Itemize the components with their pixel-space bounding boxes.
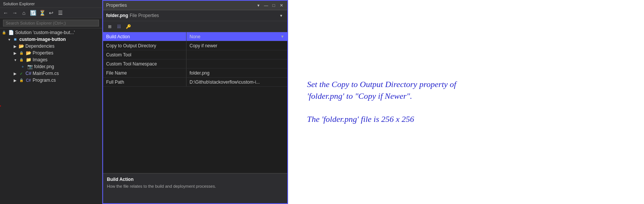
lock-icon-images: 🔒: [18, 57, 24, 63]
sync-button[interactable]: 🔃: [29, 9, 37, 17]
folder-png-label: folder.png: [34, 64, 54, 69]
build-action-dropdown[interactable]: ▼: [280, 34, 284, 39]
solution-explorer: Solution Explorer ← → ⌂ 🔃 ⏳ ↩ ☰ 🔒 📄 Solu…: [0, 0, 102, 204]
forward-button[interactable]: →: [11, 9, 19, 17]
prop-footer-title: Build Action: [107, 177, 284, 182]
instruction-line3: The 'folder.png' file is 256 x 256: [307, 114, 414, 124]
se-title-label: Solution Explorer: [3, 2, 35, 6]
prop-key-custom-tool: Custom Tool: [103, 50, 186, 59]
tree-arrow-program: ▶: [12, 78, 18, 83]
prop-row-custom-tool-ns[interactable]: Custom Tool Namespace: [103, 59, 287, 69]
copy-output-value: Copy if newer: [190, 43, 217, 48]
prop-row-build-action[interactable]: Build Action None ▼: [103, 32, 287, 41]
se-search-container: [0, 18, 102, 28]
prop-header: folder.png File Properties ▾: [103, 10, 287, 21]
tree-item-images[interactable]: ▾ 🔒 📁 Images: [0, 56, 102, 63]
tree-arrow-mainform: ▶: [12, 72, 18, 76]
maximize-btn[interactable]: □: [271, 2, 277, 8]
check-icon: ✓: [18, 70, 24, 76]
grid-view-btn[interactable]: ⊞: [105, 22, 114, 31]
prop-value-custom-tool: [186, 50, 287, 59]
prop-toolbar: ⊞ ☷ 🔑: [103, 21, 287, 32]
prop-key-copy-output: Copy to Output Directory: [103, 41, 186, 50]
instruction-line2: 'folder.png' to "Copy if Newer".: [307, 91, 412, 101]
program-icon: C#: [25, 77, 31, 83]
tree-item-folder-png[interactable]: + 📷 folder.png: [0, 63, 102, 70]
images-label: Images: [33, 57, 47, 62]
prop-row-copy-output[interactable]: Copy to Output Directory Copy if newer: [103, 41, 287, 50]
back-button[interactable]: ←: [2, 9, 10, 17]
arrow-indicator: [0, 100, 3, 112]
instruction-line1: Set the Copy to Output Directory propert…: [307, 79, 456, 89]
close-btn[interactable]: ✕: [278, 2, 284, 8]
png-file-icon: 📷: [27, 64, 33, 70]
prop-header-dropdown[interactable]: ▾: [278, 12, 284, 19]
minimize-btn[interactable]: —: [263, 2, 269, 8]
tree-item-dependencies[interactable]: ▶ 📂 Dependencies: [0, 43, 102, 50]
solution-icon: 📄: [8, 30, 14, 36]
category-view-btn[interactable]: ☷: [115, 22, 123, 31]
props-folder-icon: 📂: [25, 50, 31, 56]
lock-icon-props: 🔒: [18, 50, 24, 56]
tree-item-program[interactable]: ▶ 🔒 C# Program.cs: [0, 77, 102, 84]
tree-arrow-deps: ▶: [12, 44, 18, 48]
tree-arrow-props: ▶: [12, 51, 18, 55]
full-path-value: D:\Github\stackoverflow\custom-i...: [190, 79, 260, 85]
deps-label: Dependencies: [25, 44, 55, 49]
nav-back-button[interactable]: ↩: [47, 9, 55, 17]
prop-key-build-action: Build Action: [103, 32, 186, 41]
prop-title-controls: ▾ — □ ✕: [255, 2, 284, 8]
prop-row-full-path[interactable]: Full Path D:\Github\stackoverflow\custom…: [103, 78, 287, 87]
search-input[interactable]: [3, 20, 99, 26]
deps-icon: 📂: [18, 43, 24, 49]
lock-icon-program: 🔒: [18, 77, 24, 83]
instruction-block-1: Set the Copy to Output Directory propert…: [307, 79, 625, 102]
images-folder-icon: 📁: [25, 57, 31, 63]
prop-file-name: folder.png: [106, 13, 128, 18]
file-name-value: folder.png: [190, 70, 210, 76]
se-title-bar: Solution Explorer: [0, 0, 102, 8]
prop-file-info: folder.png File Properties: [106, 13, 159, 18]
prop-footer: Build Action How the file relates to the…: [103, 173, 287, 203]
tree-arrow-project: ▾: [6, 37, 12, 42]
prop-row-custom-tool[interactable]: Custom Tool: [103, 50, 287, 59]
dropdown-arrow-btn[interactable]: ▾: [255, 2, 262, 8]
plus-icon: +: [20, 64, 26, 70]
svg-marker-1: [0, 104, 1, 108]
prop-row-file-name[interactable]: File Name folder.png: [103, 69, 287, 78]
properties-label: Properties: [33, 50, 53, 56]
instruction-block-2: The 'folder.png' file is 256 x 256: [307, 114, 625, 125]
right-panel: Set the Copy to Output Directory propert…: [288, 0, 644, 204]
mainform-icon: C#: [25, 70, 31, 76]
prop-value-copy-output: Copy if newer: [186, 41, 287, 50]
lock-icon: 🔒: [1, 30, 7, 36]
se-tree: 🔒 📄 Solution 'custom-image-but...' ▾ ■ c…: [0, 28, 102, 204]
prop-value-custom-tool-ns: [186, 59, 287, 68]
se-toolbar: ← → ⌂ 🔃 ⏳ ↩ ☰: [0, 8, 102, 18]
prop-value-full-path: D:\Github\stackoverflow\custom-i...: [186, 78, 287, 86]
project-icon: ■: [12, 36, 18, 42]
build-action-value: None: [190, 34, 201, 39]
prop-file-type: File Properties: [130, 13, 159, 18]
project-label: custom-image-button: [19, 37, 66, 42]
solution-label: Solution 'custom-image-but...': [15, 30, 75, 35]
prop-value-build-action: None ▼: [186, 32, 287, 41]
prop-footer-desc: How the file relates to the build and de…: [107, 184, 284, 189]
tree-item-project[interactable]: ▾ ■ custom-image-button: [0, 36, 102, 43]
properties-panel: Properties ▾ — □ ✕ folder.png File Prope…: [102, 0, 288, 204]
prop-table: Build Action None ▼ Copy to Output Direc…: [103, 32, 287, 173]
prop-title-bar: Properties ▾ — □ ✕: [103, 1, 287, 10]
sort-btn[interactable]: 🔑: [124, 22, 133, 31]
prop-title-text: Properties: [106, 3, 127, 8]
tree-arrow-images: ▾: [12, 58, 18, 62]
tree-item-solution[interactable]: 🔒 📄 Solution 'custom-image-but...': [0, 29, 102, 36]
prop-value-file-name: folder.png: [186, 69, 287, 77]
prop-key-full-path: Full Path: [103, 78, 186, 86]
prop-key-custom-tool-ns: Custom Tool Namespace: [103, 59, 186, 68]
collapse-button[interactable]: ☰: [56, 9, 64, 17]
history-button[interactable]: ⏳: [38, 9, 46, 17]
tree-item-properties[interactable]: ▶ 🔒 📂 Properties: [0, 50, 102, 56]
tree-item-mainform[interactable]: ▶ ✓ C# MainForm.cs: [0, 70, 102, 77]
mainform-label: MainForm.cs: [33, 71, 59, 76]
home-button[interactable]: ⌂: [20, 9, 28, 17]
